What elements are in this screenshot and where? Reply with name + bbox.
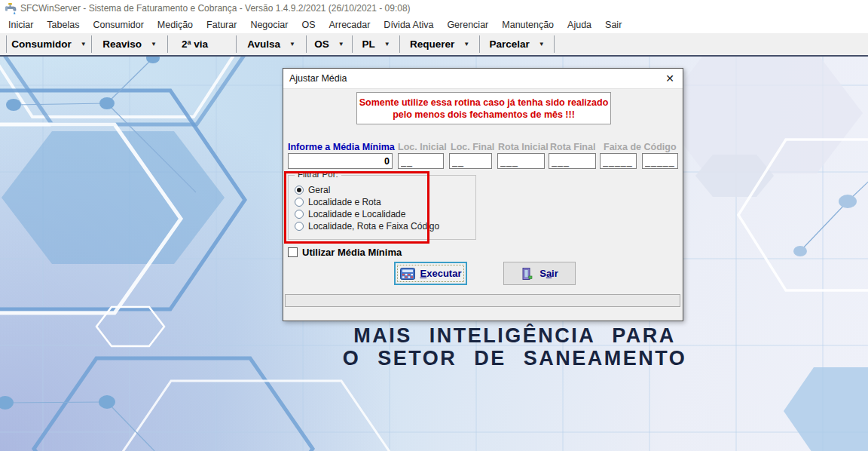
menu-item-ajuda[interactable]: Ajuda	[561, 17, 598, 33]
dropdown-arrow-icon[interactable]: ▼	[338, 41, 344, 48]
menu-item-medicao[interactable]: Medição	[151, 17, 200, 33]
marketing-slogan: MAIS INTELIGÊNCIA PARA O SETOR DE SANEAM…	[221, 324, 808, 370]
dropdown-arrow-icon[interactable]: ▼	[539, 41, 545, 48]
faixa-codigo-input-1[interactable]	[600, 153, 637, 169]
toolbar-button-reaviso[interactable]: Reaviso ▼	[92, 33, 167, 55]
faixa-codigo-label: Faixa de Código	[604, 142, 677, 152]
dropdown-arrow-icon[interactable]: ▼	[463, 41, 469, 48]
dialog-titlebar[interactable]: Ajustar Média ✕	[283, 69, 683, 89]
toolbar-button-parcelar[interactable]: Parcelar ▼	[480, 33, 554, 55]
close-icon[interactable]: ✕	[657, 69, 683, 89]
menu-item-sair[interactable]: Sair	[598, 17, 628, 33]
toolbar: Consumidor ▼ Reaviso ▼ 2ª via Avulsa ▼ O…	[0, 33, 868, 57]
radio-localidade-rota-faixa[interactable]: Localidade, Rota e Faixa Código	[295, 220, 439, 232]
dropdown-arrow-icon[interactable]: ▼	[289, 41, 295, 48]
menu-item-iniciar[interactable]: Iniciar	[2, 17, 40, 33]
dialog-body: Somente utilize essa rotina caso já tenh…	[283, 89, 683, 320]
dialog-status-strip	[285, 294, 680, 307]
toolbar-button-avulsa[interactable]: Avulsa ▼	[237, 33, 306, 55]
menu-item-negociar[interactable]: Negociar	[243, 17, 295, 33]
toolbar-separator	[554, 35, 555, 53]
menu-item-divida-ativa[interactable]: Dívida Ativa	[377, 17, 440, 33]
exit-door-icon	[521, 267, 534, 281]
radio-icon	[295, 186, 304, 195]
dropdown-arrow-icon[interactable]: ▼	[151, 41, 157, 48]
rota-inicial-label: Rota Inicial	[498, 142, 549, 152]
warning-box: Somente utilize essa rotina caso já tenh…	[356, 92, 611, 124]
toolbar-button-os[interactable]: OS ▼	[307, 33, 352, 55]
toolbar-button-pl[interactable]: PL ▼	[353, 33, 399, 55]
loc-inicial-input[interactable]	[398, 153, 444, 169]
slogan-line-1: MAIS INTELIGÊNCIA PARA	[221, 324, 808, 347]
ajustar-media-dialog: Ajustar Média ✕ Somente utilize essa rot…	[283, 68, 683, 321]
menu-item-faturar[interactable]: Faturar	[200, 17, 243, 33]
menu-bar: Iniciar Tabelas Consumidor Medição Fatur…	[0, 17, 868, 33]
media-minima-label: Informe a Média Mínima	[288, 142, 395, 152]
rota-final-label: Rota Final	[550, 142, 595, 152]
menu-item-os[interactable]: OS	[295, 17, 322, 33]
window-title: SFCWinServer - Sistema de Faturamento e …	[20, 3, 411, 14]
menu-item-gerenciar[interactable]: Gerenciar	[440, 17, 495, 33]
window-titlebar[interactable]: SFCWinServer - Sistema de Faturamento e …	[0, 0, 868, 17]
dialog-title: Ajustar Média	[289, 73, 657, 84]
filtrar-por-groupbox: Filtrar Por: Geral Localidade e Rota Loc…	[288, 175, 476, 240]
radio-icon	[295, 210, 304, 219]
application-window: SFCWinServer - Sistema de Faturamento e …	[0, 0, 868, 451]
radio-icon	[295, 222, 304, 231]
calculator-icon	[400, 268, 415, 280]
warning-text-line1: Somente utilize essa rotina caso já tenh…	[359, 97, 609, 109]
faucet-app-icon	[4, 2, 17, 14]
sair-button[interactable]: Sair	[503, 262, 576, 285]
toolbar-button-segunda-via[interactable]: 2ª via	[168, 33, 236, 55]
radio-localidade-e-localidade[interactable]: Localidade e Localidade	[295, 208, 405, 220]
loc-final-input[interactable]	[449, 153, 492, 169]
media-minima-input[interactable]	[288, 153, 393, 169]
menu-item-arrecadar[interactable]: Arrecadar	[322, 17, 377, 33]
rota-inicial-input[interactable]	[497, 153, 545, 169]
toolbar-button-requerer[interactable]: Requerer ▼	[400, 33, 479, 55]
faixa-codigo-input-2[interactable]	[642, 153, 678, 169]
slogan-line-2: O SETOR DE SANEAMENTO	[221, 347, 808, 370]
menu-item-consumidor[interactable]: Consumidor	[86, 17, 150, 33]
radio-icon	[295, 198, 304, 207]
toolbar-button-consumidor[interactable]: Consumidor ▼	[7, 33, 91, 55]
dropdown-arrow-icon[interactable]: ▼	[384, 41, 390, 48]
warning-text-line2: pelo menos dois fechamentos de mês !!!	[393, 109, 575, 121]
utilizar-media-minima-checkbox[interactable]: Utilizar Média Mínima	[288, 246, 402, 258]
loc-final-label: Loc. Final	[451, 142, 494, 152]
radio-geral[interactable]: Geral	[295, 184, 330, 196]
menu-item-manutencao[interactable]: Manutenção	[495, 17, 561, 33]
dropdown-arrow-icon[interactable]: ▼	[81, 41, 87, 48]
loc-inicial-label: Loc. Inicial	[398, 142, 447, 152]
checkbox-icon	[288, 247, 298, 257]
radio-localidade-e-rota[interactable]: Localidade e Rota	[295, 196, 381, 208]
executar-button[interactable]: Executar	[394, 262, 467, 285]
rota-final-input[interactable]	[549, 153, 596, 169]
menu-item-tabelas[interactable]: Tabelas	[40, 17, 86, 33]
filtrar-por-legend: Filtrar Por:	[295, 170, 341, 179]
